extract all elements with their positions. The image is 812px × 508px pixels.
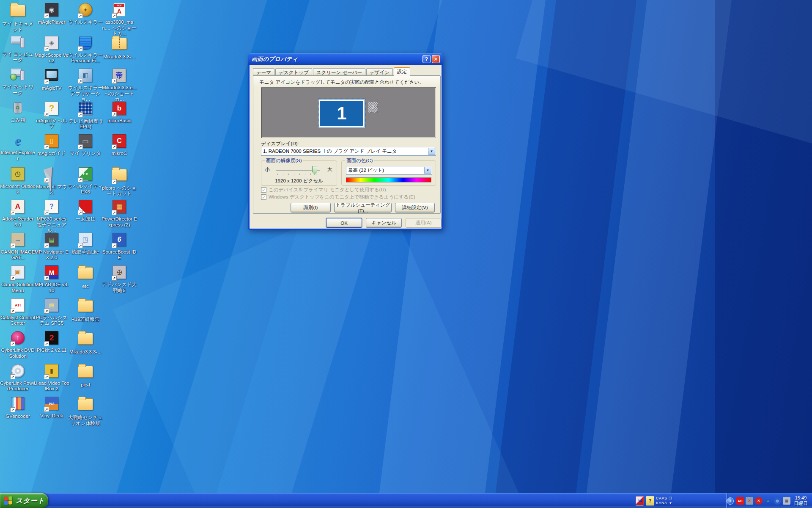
tab-1[interactable]: デスクトップ [275,68,312,76]
start-button[interactable]: スタート [0,493,48,508]
restore-band-icon[interactable]: ❐ [669,496,672,501]
dialog-titlebar[interactable]: 画面のプロパティ ? ✕ [248,53,443,65]
desktop-icon[interactable]: 6↗SourceBoost IDE [102,232,137,261]
tile-icon: ↗ [78,200,93,215]
desktop-icon[interactable]: ↗一太郎11 [68,199,103,222]
desktop-icon[interactable]: ATI↗Catalyst Control Center [0,298,36,326]
desktop-icon[interactable]: マイ コンピュータ [0,35,36,63]
ime-help-icon[interactable]: ? [646,496,654,505]
troubleshoot-button[interactable]: トラブルシューティング(T)... [334,203,392,213]
chevron-down-icon[interactable]: ▼ [669,501,672,505]
desktop-icon[interactable]: eInternet Explorer [0,133,36,161]
display-settings-icon[interactable]: ▦ [783,497,790,505]
desktop-icon[interactable]: EX↗ラベルマイティEX6 [68,166,103,195]
desktop-icon-label: アドバンスド大戦略5 [102,282,137,293]
extend-desktop-checkbox[interactable]: ✓ [261,194,266,200]
hide-tray-icons-button[interactable]: ‹ [727,497,734,505]
security-alert-icon[interactable]: ✕ [755,497,763,505]
desktop-icon[interactable]: ▦↗PowerDirector Express (2) [102,199,137,228]
desktop-icon[interactable]: ◈↗MagicScope Ver.2 [34,35,69,64]
desktop-icon[interactable]: →↗CANON iMAGE GAT... [0,232,36,261]
color-quality-value: 最高 (32 ビット) [348,167,384,174]
desktop-icon[interactable]: b↗mikroBasic [102,101,137,124]
desktop-icon[interactable]: ↑↗CyberLink DVD Solution [0,330,36,359]
monitor-1[interactable]: 1 [318,99,365,128]
tab-2[interactable]: スクリーン セーバー [313,68,365,76]
desktop-icon[interactable]: etc [68,265,103,290]
desktop-icon[interactable]: ?↗mAgicTV ヘルプ [34,101,69,130]
desktop-icon[interactable]: ↗Microsoft マウス [34,166,69,196]
desktop-icon[interactable]: Mikado3.3.3-... [102,35,137,60]
firewall-icon[interactable]: ◍ [774,497,781,505]
desktop-icon[interactable]: ▯↗mAgicガイド [34,133,69,157]
ok-button[interactable]: OK [326,218,362,228]
desktop-icon[interactable]: ごみ箱 [0,101,36,123]
primary-monitor-checkbox[interactable]: ✓ [261,187,266,193]
tab-3[interactable]: デザイン [366,68,393,76]
desktop-icon[interactable]: 大戦略センチュリオン体験版 [68,396,103,426]
ati-tray-icon[interactable]: ATI [736,497,744,505]
tile-icon: ✠↗ [112,265,127,281]
monitor-2[interactable]: 2 [368,102,378,113]
tab-0[interactable]: テーマ [253,68,274,76]
shortcut-arrow-icon: ↗ [78,144,83,149]
desktop-icon[interactable]: ▣↗Canon Solution Menu [0,265,36,293]
atok-ime-icon[interactable]: 14 [636,496,644,505]
desktop-icon[interactable]: Mikado3.3.3-... [68,330,103,355]
desktop-icon[interactable]: ▮↗Ulead Video ToolBox 2 [34,363,69,392]
desktop-icon[interactable]: ↗CyberLink PowerProducer [0,363,36,392]
taskbar-clock[interactable]: 15:49 日曜日 [794,495,808,506]
display-error-icon[interactable]: ✕ [746,497,753,505]
monitor-preview-area[interactable]: 1 2 [261,87,436,138]
desktop-icon[interactable]: ↗GVencoder [0,396,36,420]
desktop-icon[interactable]: ↗picpro へのショートカット [102,166,137,197]
desktop-icon[interactable]: ◷Microsoft Outlook [0,166,36,195]
desktop-icon[interactable]: ▤↗MP Navigator EX 2.0 [34,232,69,261]
display-select[interactable]: 1. RADEON 7000 SERIES 上の プラグ アンド プレイ モニタ… [261,147,436,156]
desktop-icon[interactable]: PDFA↗asb3000_man.... へのショートカ... [102,2,137,37]
chevron-down-icon[interactable]: ▼ [424,167,431,174]
desktop-icon[interactable]: pic-f [68,363,103,388]
desktop-icon-label: Vinyl Deck [34,413,69,419]
desktop-icon[interactable]: ✠↗アドバンスド大戦略5 [102,265,137,293]
tile-icon: C↗ [112,134,127,149]
desktop-icon[interactable]: ↗mAgicTV [34,68,69,91]
desktop-icon[interactable]: ▭↗マイ プリンタ [68,133,103,157]
desktop-icon-label: Canon Solution Menu [0,282,36,293]
tree-icon[interactable]: ▲ [764,497,772,505]
desktop-icon[interactable]: ↗ウイルスキラー Personal Fi... [68,35,103,64]
desktop-icon[interactable]: ↗テレビ番組表 (iEPG) [68,101,103,130]
chevron-down-icon[interactable]: ▼ [428,148,435,155]
desktop-icon-label: asb3000_man.... へのショートカ... [102,19,137,37]
desktop-icon[interactable]: VIA↗Vinyl Deck [34,396,69,419]
desktop-icon[interactable]: ✦↗ウイルスキラー [68,2,103,25]
apply-button[interactable]: 適用(A) [406,218,442,228]
desktop-icon[interactable]: ◳↗読取革命Lite [68,232,103,255]
desktop-icon[interactable]: 帝↗Mikado3.3.3.e... へのショートカ... [102,68,137,102]
kana-indicator[interactable]: KANA [656,501,667,505]
cancel-button[interactable]: キャンセル [366,218,402,228]
desktop-icon[interactable]: ◉↗mAgicPlayer [34,2,69,25]
desktop-icon[interactable]: ?↗MP630 series 電子マニュアル... [34,199,69,234]
shortcut-arrow-icon: ↗ [78,210,83,215]
desktop-icon[interactable]: マイ ネットワーク [0,68,36,96]
desktop-icon[interactable]: A↗Adobe Reader 6.0 [0,199,36,228]
desktop-icon[interactable]: M↗MPLAB IDE v8.10 [34,265,69,293]
desktop-icon[interactable]: ◧↗ウイルスキラー アプリケーショ... [68,68,103,102]
desktop-icon-label: picpro へのショートカット [102,185,137,197]
close-icon[interactable]: ✕ [432,55,440,63]
desktop-icon[interactable]: ▤↗PCラベルシステム SPC5 [34,298,69,326]
color-quality-select[interactable]: 最高 (32 ビット) ▼ [346,166,432,175]
desktop-icon[interactable]: H19若研報告 [68,298,103,323]
color-depth-preview [346,177,431,182]
identify-button[interactable]: 識別(I) [291,203,331,213]
shortcut-arrow-icon: ↗ [44,112,49,117]
tile-icon: 2↗ [44,331,59,346]
desktop-icon[interactable]: 2↗PICkit 2 v2.11 [34,330,69,353]
tab-4[interactable]: 設定 [394,67,410,76]
desktop-icon[interactable]: C↗mikroC [102,133,137,157]
desktop-icon[interactable]: マイ ドキュメント [0,2,36,33]
advanced-settings-button[interactable]: 詳細設定(V) [395,203,435,213]
caps-indicator[interactable]: CAPS [656,496,667,501]
help-icon[interactable]: ? [422,55,431,63]
